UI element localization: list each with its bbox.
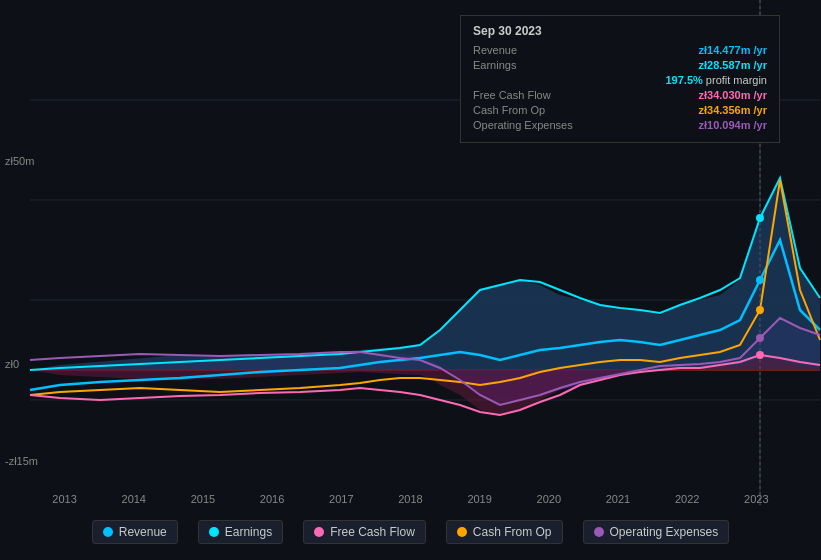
legend: Revenue Earnings Free Cash Flow Cash Fro… [0, 512, 821, 552]
x-label-2015: 2015 [191, 493, 215, 505]
tooltip-fcf-row: Free Cash Flow zł34.030m /yr [473, 89, 767, 101]
x-label-2014: 2014 [122, 493, 146, 505]
x-label-2017: 2017 [329, 493, 353, 505]
legend-opex-label: Operating Expenses [610, 525, 719, 539]
tooltip-earnings-label: Earnings [473, 59, 516, 71]
legend-earnings[interactable]: Earnings [198, 520, 283, 544]
svg-point-12 [756, 351, 764, 359]
x-label-2021: 2021 [606, 493, 630, 505]
x-label-2022: 2022 [675, 493, 699, 505]
tooltip-opex-value: zł10.094m /yr [699, 119, 768, 131]
svg-point-8 [756, 276, 764, 284]
tooltip-opex-row: Operating Expenses zł10.094m /yr [473, 119, 767, 131]
tooltip-cashop-value: zł34.356m /yr [699, 104, 768, 116]
svg-point-11 [756, 306, 764, 314]
legend-earnings-dot [209, 527, 219, 537]
x-label-2019: 2019 [467, 493, 491, 505]
tooltip-opex-label: Operating Expenses [473, 119, 573, 131]
legend-fcf-dot [314, 527, 324, 537]
tooltip-margin-row: 197.5% profit margin [473, 74, 767, 86]
tooltip-revenue-row: Revenue zł14.477m /yr [473, 44, 767, 56]
svg-point-9 [756, 214, 764, 222]
tooltip-cashop-row: Cash From Op zł34.356m /yr [473, 104, 767, 116]
tooltip-fcf-value: zł34.030m /yr [699, 89, 768, 101]
legend-free-cash-flow[interactable]: Free Cash Flow [303, 520, 426, 544]
tooltip-earnings-row: Earnings zł28.587m /yr [473, 59, 767, 71]
x-label-2013: 2013 [52, 493, 76, 505]
x-label-2023: 2023 [744, 493, 768, 505]
svg-point-10 [756, 334, 764, 342]
legend-opex-dot [594, 527, 604, 537]
tooltip-earnings-value: zł28.587m /yr [699, 59, 768, 71]
x-axis: 2013 2014 2015 2016 2017 2018 2019 2020 … [0, 493, 821, 505]
tooltip-date: Sep 30 2023 [473, 24, 767, 38]
legend-earnings-label: Earnings [225, 525, 272, 539]
tooltip-revenue-value: zł14.477m /yr [699, 44, 768, 56]
tooltip-cashop-label: Cash From Op [473, 104, 545, 116]
tooltip-revenue-label: Revenue [473, 44, 517, 56]
y-label-50m: zł50m [5, 155, 34, 167]
legend-cashop-label: Cash From Op [473, 525, 552, 539]
legend-operating-expenses[interactable]: Operating Expenses [583, 520, 730, 544]
legend-revenue[interactable]: Revenue [92, 520, 178, 544]
x-label-2020: 2020 [537, 493, 561, 505]
tooltip: Sep 30 2023 Revenue zł14.477m /yr Earnin… [460, 15, 780, 143]
legend-cashop-dot [457, 527, 467, 537]
legend-fcf-label: Free Cash Flow [330, 525, 415, 539]
y-label-0: zł0 [5, 358, 19, 370]
legend-revenue-dot [103, 527, 113, 537]
x-label-2018: 2018 [398, 493, 422, 505]
x-label-2016: 2016 [260, 493, 284, 505]
y-label-neg15m: -zł15m [5, 455, 38, 467]
legend-cash-from-op[interactable]: Cash From Op [446, 520, 563, 544]
tooltip-fcf-label: Free Cash Flow [473, 89, 551, 101]
tooltip-profit-margin: 197.5% profit margin [665, 74, 767, 86]
legend-revenue-label: Revenue [119, 525, 167, 539]
